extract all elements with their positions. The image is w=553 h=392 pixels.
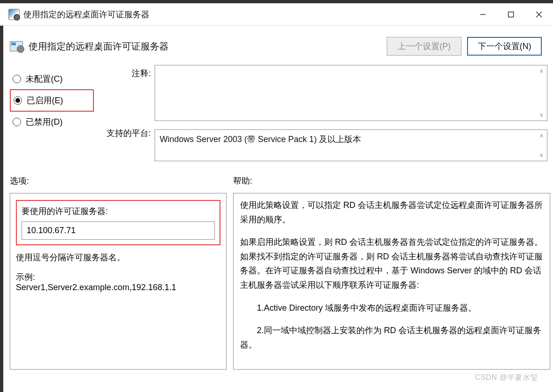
window-title: 使用指定的远程桌面许可证服务器 — [23, 9, 149, 20]
servers-label: 要使用的许可证服务器: — [21, 206, 215, 217]
svg-rect-1 — [509, 12, 514, 17]
policy-icon — [8, 9, 20, 20]
help-list-item: 1.Active Directory 域服务中发布的远程桌面许可证服务器。 — [240, 301, 543, 315]
minimize-button[interactable] — [469, 5, 497, 24]
policy-small-icon — [10, 41, 23, 51]
titlebar: 使用指定的远程桌面许可证服务器 — [0, 3, 553, 26]
help-pane: 使用此策略设置，可以指定 RD 会话主机服务器尝试定位远程桌面许可证服务器所采用… — [233, 193, 550, 370]
maximize-button[interactable] — [497, 5, 525, 24]
servers-input[interactable] — [21, 221, 215, 240]
radio-icon — [14, 96, 22, 105]
state-radio-group: 未配置(C) 已启用(E) 已禁用(D) — [10, 65, 94, 132]
options-section-label: 选项: — [10, 175, 233, 186]
scroll-up-icon[interactable]: ∧ — [538, 132, 545, 139]
scroll-down-icon[interactable]: ∨ — [538, 111, 545, 119]
policy-title: 使用指定的远程桌面许可证服务器 — [28, 40, 169, 53]
radio-icon — [13, 75, 21, 83]
options-pane: 要使用的许可证服务器: 使用逗号分隔许可服务器名。 示例: Server1,Se… — [10, 193, 227, 370]
servers-highlight: 要使用的许可证服务器: — [16, 200, 220, 245]
help-section-label: 帮助: — [233, 175, 550, 186]
scroll-down-icon[interactable]: ∨ — [538, 151, 545, 159]
help-paragraph: 使用此策略设置，可以指定 RD 会话主机服务器尝试定位远程桌面许可证服务器所采用… — [240, 198, 543, 227]
comment-label: 注释: — [94, 65, 155, 121]
radio-enabled[interactable]: 已启用(E) — [10, 89, 94, 112]
example-value: Server1,Server2.example.com,192.168.1.1 — [16, 283, 220, 292]
close-button[interactable] — [525, 5, 553, 24]
help-list-item: 2.同一域中域控制器上安装的作为 RD 会话主机服务器的远程桌面许可证服务器。 — [240, 323, 543, 352]
help-paragraph: 如果启用此策略设置，则 RD 会话主机服务器首先尝试定位指定的许可证服务器。如果… — [240, 235, 543, 292]
watermark: CSDN @半夏水玺 — [475, 373, 538, 383]
next-setting-button[interactable]: 下一个设置(N) — [467, 37, 542, 56]
radio-disabled[interactable]: 已禁用(D) — [10, 112, 94, 132]
example-label: 示例: — [16, 271, 220, 283]
previous-setting-button[interactable]: 上一个设置(P) — [387, 37, 461, 56]
comment-textarea[interactable]: ∧ ∨ — [155, 65, 547, 121]
servers-hint: 使用逗号分隔许可服务器名。 — [16, 252, 220, 263]
supported-textarea: Windows Server 2003 (带 Service Pack 1) 及… — [155, 129, 547, 161]
radio-icon — [13, 118, 21, 126]
scroll-up-icon[interactable]: ∧ — [538, 67, 545, 75]
supported-label: 支持的平台: — [94, 125, 155, 161]
radio-not-configured[interactable]: 未配置(C) — [10, 69, 94, 89]
